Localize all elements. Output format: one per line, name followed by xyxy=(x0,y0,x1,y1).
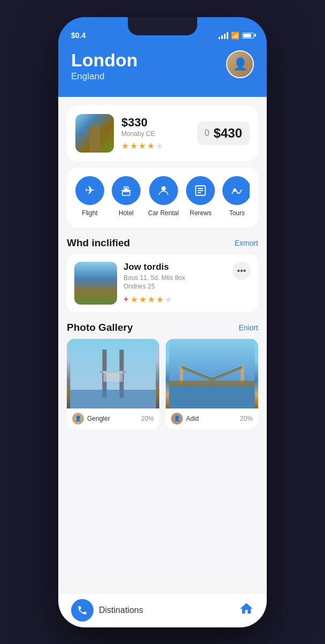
flight-label: Flight xyxy=(82,209,97,217)
tours-label: Tours xyxy=(229,209,245,217)
home-indicator xyxy=(130,621,195,623)
category-car-rental[interactable]: Car Rental xyxy=(148,176,179,217)
reviews-label: Rerews xyxy=(190,209,212,217)
notch xyxy=(128,17,197,35)
hotel-thumbnail xyxy=(75,114,114,153)
gallery-grid: 👤 Gengler 20% xyxy=(67,339,258,429)
avatar-image: 👤 xyxy=(227,51,253,77)
nav-label: Distinations xyxy=(99,605,143,615)
destination-card: Jow tordis Bous 11, 5d. Mtis 8ox Ondries… xyxy=(67,254,258,312)
tours-icon xyxy=(222,176,250,205)
badge-price: $430 xyxy=(214,126,242,141)
gallery-title: Photo Gallery xyxy=(67,322,133,334)
hotel-label: Hotel xyxy=(119,209,134,217)
header: London England 👤 xyxy=(58,44,267,97)
destination-more-button[interactable]: ••• xyxy=(233,262,251,280)
destination-stars: + ★ ★ ★ ★ ★ xyxy=(123,294,226,305)
avatar[interactable]: 👤 xyxy=(226,50,254,78)
svg-point-4 xyxy=(161,186,166,191)
svg-rect-14 xyxy=(104,371,123,382)
gallery-avatar-2: 👤 xyxy=(171,413,183,425)
gallery-avatar-1: 👤 xyxy=(72,413,84,425)
svg-rect-23 xyxy=(169,384,255,408)
hotel-subtitle: Monaby CE xyxy=(121,130,190,138)
gallery-link[interactable]: Eniort xyxy=(238,323,258,332)
status-icons: 📶 xyxy=(219,32,254,40)
svg-rect-15 xyxy=(71,390,156,408)
gallery-footer-1: 👤 Gengler 20% xyxy=(67,408,159,429)
hotel-stars: ★ ★ ★ ★ ★ xyxy=(121,141,190,151)
phone-button[interactable] xyxy=(71,599,94,622)
gallery-username-1: Gengler xyxy=(87,415,110,422)
categories-section: ✈ Flight xyxy=(67,168,258,228)
nav-left: Distinations xyxy=(71,599,143,622)
city-name: London xyxy=(71,50,138,70)
gallery-user-1: 👤 Gengler xyxy=(72,413,110,425)
gallery-image-2 xyxy=(166,339,258,408)
svg-rect-1 xyxy=(122,192,130,195)
hotel-price: $330 xyxy=(121,116,190,130)
carrier-text: $0.4 xyxy=(71,31,86,40)
category-reviews[interactable]: Rerews xyxy=(186,176,215,217)
gallery-username-2: Adid xyxy=(186,415,199,422)
price-badge: 0 $430 xyxy=(197,122,250,145)
destination-meta1: Bous 11, 5d. Mtis 8ox xyxy=(123,274,226,282)
gallery-count-2: 20% xyxy=(240,415,253,422)
destination-info: Jow tordis Bous 11, 5d. Mtis 8ox Ondries… xyxy=(123,262,226,305)
header-title: London England xyxy=(71,50,138,82)
gallery-user-2: 👤 Adid xyxy=(171,413,199,425)
hotel-info: $330 Monaby CE ★ ★ ★ ★ ★ xyxy=(121,116,190,151)
hotel-icon xyxy=(112,176,141,205)
hotel-card: $330 Monaby CE ★ ★ ★ ★ ★ 0 xyxy=(67,105,258,161)
gallery-section: 👤 Gengler 20% xyxy=(67,339,258,429)
car-rental-label: Car Rental xyxy=(148,209,179,217)
flight-icon: ✈ xyxy=(75,176,104,205)
destination-thumbnail xyxy=(74,262,117,305)
signal-icon xyxy=(219,32,228,39)
gallery-item-1[interactable]: 👤 Gengler 20% xyxy=(67,339,159,429)
scrollable-content[interactable]: $330 Monaby CE ★ ★ ★ ★ ★ 0 xyxy=(58,97,267,593)
category-flight[interactable]: ✈ Flight xyxy=(75,176,104,217)
badge-count: 0 xyxy=(205,128,210,138)
destination-meta2: Ondries 25 xyxy=(123,283,226,290)
category-hotel[interactable]: Hotel xyxy=(112,176,141,217)
destination-name: Jow tordis xyxy=(123,262,226,272)
wifi-icon: 📶 xyxy=(231,32,239,40)
included-title: Whd inclified xyxy=(67,237,130,249)
gallery-item-2[interactable]: 👤 Adid 20% xyxy=(166,339,258,429)
home-icon[interactable] xyxy=(239,601,254,619)
gallery-count-1: 20% xyxy=(141,415,154,422)
included-section-header: Whd inclified Exmort xyxy=(67,237,258,249)
phone-frame: $0.4 📶 London England 👤 xyxy=(58,17,267,627)
reviews-icon xyxy=(186,176,215,205)
svg-point-9 xyxy=(234,189,236,191)
category-list: ✈ Flight xyxy=(75,176,250,219)
included-link[interactable]: Exmort xyxy=(235,239,258,247)
gallery-footer-2: 👤 Adid 20% xyxy=(166,408,258,429)
svg-rect-24 xyxy=(169,381,255,386)
country-name: England xyxy=(71,71,138,82)
battery-icon xyxy=(242,33,254,39)
svg-rect-3 xyxy=(125,188,127,190)
gallery-image-1 xyxy=(67,339,159,408)
category-tours[interactable]: Tours xyxy=(222,176,250,217)
car-rental-icon xyxy=(149,176,178,205)
gallery-section-header: Photo Gallery Eniort xyxy=(67,322,258,334)
